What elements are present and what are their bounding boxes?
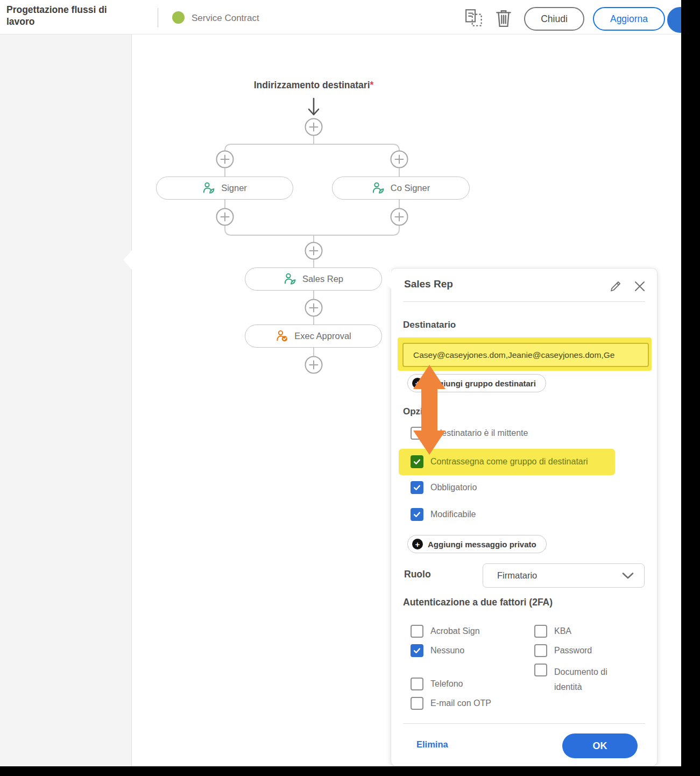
checkbox-kba[interactable] [534, 625, 547, 638]
tfa-option: Acrobat Sign [411, 625, 524, 638]
checkbox-password[interactable] [534, 644, 547, 657]
required-marker: * [370, 80, 374, 90]
workflow-status-dot [172, 11, 185, 24]
add-recipient-button[interactable] [391, 151, 408, 168]
check-icon [412, 646, 422, 655]
header-divider [158, 8, 158, 27]
checkbox-mark-as-recipient-group[interactable] [411, 455, 423, 468]
ok-button[interactable]: OK [562, 733, 638, 758]
node-label: Signer [221, 183, 247, 193]
tfa-left-column: Acrobat Sign Nessuno Telefono E-mail con… [411, 625, 524, 710]
check-icon [412, 483, 422, 492]
workflow-designer-screen: Progettazione flussi di lavoro Service C… [0, 0, 700, 776]
signer-icon [372, 182, 385, 195]
add-recipient-button[interactable] [306, 243, 322, 259]
checkbox-editable[interactable] [411, 508, 423, 521]
checkbox-none[interactable] [411, 644, 423, 657]
recipient-settings-panel: Sales Rep Destinatario + Aggiungi gruppo… [391, 268, 657, 766]
node-label: Co Signer [391, 183, 430, 193]
option-row: Contrassegna come gruppo di destinatari [411, 455, 588, 468]
checkbox-recipient-is-sender[interactable] [411, 427, 423, 440]
plus-icon: + [412, 378, 423, 389]
plus-icon: + [412, 539, 423, 549]
node-label: Sales Rep [302, 274, 343, 284]
down-arrow-icon [309, 98, 319, 115]
close-button[interactable]: Chiudi [524, 7, 584, 31]
delete-link[interactable]: Elimina [416, 739, 448, 750]
panel-title: Sales Rep [404, 278, 453, 290]
add-recipient-button[interactable] [306, 357, 322, 373]
left-sidebar [0, 34, 132, 766]
tfa-heading: Autenticazione a due fattori (2FA) [403, 597, 553, 608]
panel-pointer-notch [382, 270, 391, 289]
role-label: Ruolo [404, 569, 431, 580]
options-heading: Opzioni [403, 406, 436, 417]
tfa-option: Telefono [411, 678, 524, 690]
recipient-node-sales-rep[interactable]: Sales Rep [245, 267, 382, 291]
checkbox-phone[interactable] [411, 678, 423, 690]
top-bar: Progettazione flussi di lavoro Service C… [0, 0, 700, 34]
recipient-node-co-signer[interactable]: Co Signer [332, 177, 470, 200]
page-title: Progettazione flussi di lavoro [6, 4, 133, 28]
tfa-option: Password [534, 644, 642, 657]
recipient-email-input[interactable] [402, 343, 649, 367]
edit-name-icon[interactable] [609, 279, 623, 293]
check-icon [412, 510, 422, 519]
chevron-down-icon [621, 572, 634, 580]
delete-icon[interactable] [495, 9, 512, 28]
checkbox-identity-document[interactable] [534, 664, 547, 676]
option-row: Il destinatario è il mittente [411, 427, 528, 440]
selected-section-notch [123, 250, 132, 270]
add-recipient-button[interactable] [217, 151, 234, 168]
workflow-name: Service Contract [192, 13, 259, 24]
tfa-option: Documento di identità [534, 664, 642, 695]
add-recipient-button[interactable] [306, 300, 322, 316]
letterbox-right [681, 0, 700, 776]
node-label: Exec Approval [294, 331, 351, 341]
option-row: Obbligatorio [411, 481, 477, 494]
tfa-right-column: KBA Password Documento di identità [534, 625, 642, 695]
signer-icon [284, 273, 297, 286]
recipient-node-signer[interactable]: Signer [156, 177, 293, 200]
checkbox-acrobat-sign[interactable] [411, 625, 423, 638]
add-recipient-group-button[interactable]: + Aggiungi gruppo destinatari [407, 374, 546, 392]
option-row: Modificabile [411, 508, 476, 521]
add-recipient-button[interactable] [391, 209, 408, 225]
update-button[interactable]: Aggiorna [593, 7, 665, 31]
letterbox-bottom [0, 766, 700, 776]
recipient-routing-title: Indirizzamento destinatari* [206, 80, 421, 91]
tfa-option: Nessuno [411, 644, 524, 657]
tfa-option: KBA [534, 625, 642, 638]
approver-icon [275, 330, 289, 343]
checkbox-required[interactable] [411, 481, 423, 494]
checkbox-email-otp[interactable] [411, 697, 423, 710]
close-icon[interactable] [633, 280, 646, 293]
recipient-field-label: Destinatario [403, 320, 456, 330]
recipient-node-exec-approval[interactable]: Exec Approval [245, 324, 382, 348]
check-icon [412, 457, 422, 467]
signer-icon [202, 182, 216, 195]
divider [403, 301, 645, 302]
add-private-message-button[interactable]: + Aggiungi messaggio privato [407, 535, 547, 553]
divider [403, 723, 645, 724]
add-recipient-button[interactable] [306, 119, 322, 136]
role-dropdown[interactable]: Firmatario [483, 563, 645, 588]
duplicate-icon[interactable] [465, 9, 485, 27]
add-recipient-button[interactable] [217, 209, 234, 225]
tfa-option: E-mail con OTP [411, 697, 524, 710]
